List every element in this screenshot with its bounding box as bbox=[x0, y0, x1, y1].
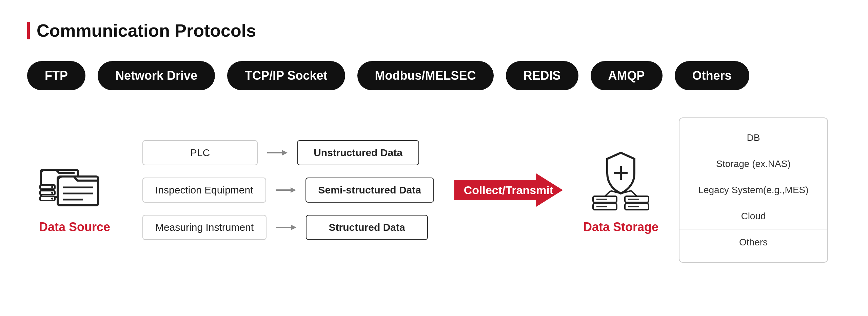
page-title: Communication Protocols bbox=[37, 20, 256, 41]
protocol-pill-0: FTP bbox=[27, 61, 85, 90]
protocol-pill-2: TCP/IP Socket bbox=[227, 61, 345, 90]
protocols-row: FTPNetwork DriveTCP/IP SocketModbus/MELS… bbox=[27, 61, 841, 90]
equipment-box-1: Inspection Equipment bbox=[142, 178, 266, 203]
svg-point-9 bbox=[51, 192, 53, 194]
equipment-row-0: PLCUnstructured Data bbox=[142, 140, 434, 165]
storage-option-1: Storage (ex.NAS) bbox=[679, 151, 827, 177]
storage-option-2: Legacy System(e.g.,MES) bbox=[679, 177, 827, 203]
protocol-pill-6: Others bbox=[675, 61, 749, 90]
svg-point-10 bbox=[51, 198, 53, 200]
title-section: Communication Protocols bbox=[27, 20, 841, 41]
equipment-box-2: Measuring Instrument bbox=[142, 215, 267, 240]
protocol-pill-4: REDIS bbox=[506, 61, 578, 90]
arrow-1 bbox=[276, 185, 296, 195]
storage-option-3: Cloud bbox=[679, 203, 827, 229]
protocol-pill-1: Network Drive bbox=[98, 61, 215, 90]
arrow-2 bbox=[276, 223, 296, 232]
data-type-box-1: Semi-structured Data bbox=[305, 178, 434, 203]
data-source-label: Data Source bbox=[39, 220, 110, 234]
svg-marker-14 bbox=[291, 187, 296, 193]
equipment-section: PLCUnstructured DataInspection Equipment… bbox=[142, 140, 434, 240]
storage-option-4: Others bbox=[679, 229, 827, 255]
svg-line-28 bbox=[605, 191, 611, 196]
data-storage-section: Data Storage bbox=[583, 146, 658, 234]
data-type-box-2: Structured Data bbox=[306, 215, 428, 240]
svg-point-8 bbox=[51, 186, 53, 188]
svg-marker-12 bbox=[282, 150, 288, 155]
storage-option-0: DB bbox=[679, 125, 827, 151]
svg-line-30 bbox=[631, 191, 637, 196]
page-container: Communication Protocols FTPNetwork Drive… bbox=[0, 0, 868, 316]
svg-marker-16 bbox=[291, 225, 296, 230]
data-storage-label: Data Storage bbox=[583, 220, 658, 234]
protocol-pill-3: Modbus/MELSEC bbox=[357, 61, 494, 90]
equipment-box-0: PLC bbox=[142, 140, 258, 165]
collect-transmit-label: Collect/Transmit bbox=[464, 184, 554, 197]
storage-options-section: DBStorage (ex.NAS)Legacy System(e.g.,MES… bbox=[679, 117, 828, 263]
data-source-icon bbox=[37, 146, 112, 214]
title-bar bbox=[27, 22, 30, 39]
equipment-row-2: Measuring InstrumentStructured Data bbox=[142, 215, 434, 240]
diagram-area: Data Source PLCUnstructured DataInspecti… bbox=[27, 117, 841, 263]
equipment-row-1: Inspection EquipmentSemi-structured Data bbox=[142, 178, 434, 203]
collect-arrow-container: Collect/Transmit bbox=[454, 171, 563, 209]
data-type-box-0: Unstructured Data bbox=[297, 140, 419, 165]
protocol-pill-5: AMQP bbox=[591, 61, 663, 90]
data-source-section: Data Source bbox=[27, 146, 122, 234]
arrow-0 bbox=[267, 148, 288, 157]
data-storage-icon bbox=[587, 146, 655, 214]
collect-transmit-section: Collect/Transmit bbox=[454, 171, 563, 209]
